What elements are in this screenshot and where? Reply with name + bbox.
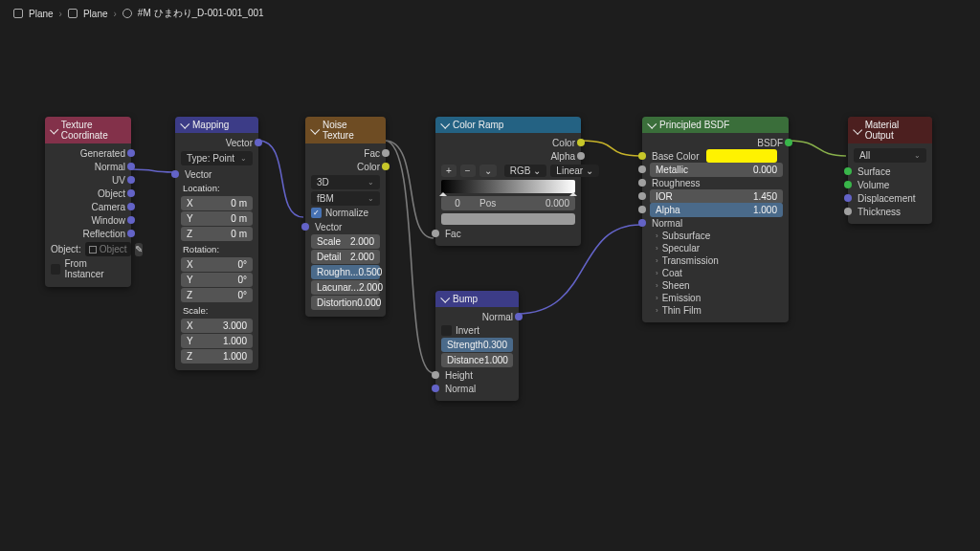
metallic-field[interactable]: Metallic0.000 (650, 163, 783, 177)
distortion-field[interactable]: Distortion0.000 (311, 296, 380, 310)
rot-y[interactable]: Y0° (181, 273, 253, 287)
scale-z[interactable]: Z1.000 (181, 349, 253, 364)
node-material-output[interactable]: Material Output All⌄ Surface Volume Disp… (848, 117, 932, 224)
socket-out[interactable] (127, 230, 135, 237)
socket-out[interactable] (127, 189, 135, 197)
socket-out[interactable] (127, 203, 135, 210)
socket-in[interactable] (171, 170, 179, 178)
loc-z[interactable]: Z0 m (181, 227, 253, 241)
socket-out[interactable] (577, 139, 585, 146)
node-header[interactable]: Mapping (175, 117, 258, 133)
normalize-checkbox[interactable]: ✓ (311, 208, 322, 218)
ramp-color-swatch[interactable] (441, 213, 575, 225)
socket-in[interactable] (844, 167, 852, 175)
ramp-remove[interactable]: − (460, 165, 476, 177)
roughness-label: Roughness (652, 178, 701, 188)
socket-out[interactable] (382, 149, 390, 157)
socket-out[interactable] (127, 176, 135, 184)
sec-coat[interactable]: ›Coat (642, 267, 789, 279)
node-header[interactable]: Texture Coordinate (45, 117, 131, 143)
ramp-add[interactable]: + (441, 165, 457, 177)
distance-field[interactable]: Distance1.000 (441, 353, 513, 367)
invert-checkbox[interactable] (441, 325, 452, 336)
material-icon (122, 9, 132, 18)
node-header[interactable]: Noise Texture (305, 117, 386, 143)
socket-in[interactable] (638, 206, 646, 213)
alpha-field[interactable]: Alpha1.000 (650, 203, 783, 217)
socket-in[interactable] (638, 179, 646, 187)
socket-in[interactable] (432, 230, 439, 237)
scale-field[interactable]: Scale2.000 (311, 234, 380, 249)
lacunarity-field[interactable]: Lacunar...2.000 (311, 280, 380, 295)
socket-out[interactable] (127, 149, 135, 157)
socket-in[interactable] (638, 192, 646, 200)
node-principled-bsdf[interactable]: Principled BSDF BSDF Base Color Metallic… (642, 117, 789, 322)
socket-out[interactable] (515, 313, 523, 320)
loc-x[interactable]: X0 m (181, 196, 253, 210)
socket-bsdf: BSDF (757, 138, 783, 148)
scale-y[interactable]: Y1.000 (181, 334, 253, 348)
eyedropper-icon[interactable]: ✎ (135, 243, 143, 256)
breadcrumb[interactable]: Plane › Plane › #M ひまわり_D-001-001_001 (13, 7, 264, 20)
ramp-gradient[interactable] (441, 180, 575, 193)
socket-in[interactable] (844, 208, 852, 215)
socket-in[interactable] (844, 181, 852, 188)
socket-out[interactable] (127, 216, 135, 224)
detail-field[interactable]: Detail2.000 (311, 250, 380, 264)
sec-emission[interactable]: ›Emission (642, 292, 789, 304)
chevron-down-icon: ⌄ (240, 154, 247, 163)
socket-out[interactable] (785, 139, 792, 146)
socket-out[interactable] (255, 139, 262, 146)
socket-out[interactable] (382, 163, 390, 170)
section-label: Specular (662, 243, 700, 253)
socket-in[interactable] (638, 219, 646, 227)
node-title: Noise Texture (323, 120, 380, 141)
node-mapping[interactable]: Mapping Vector Type: Point⌄ Vector Locat… (175, 117, 258, 370)
node-header[interactable]: Principled BSDF (642, 117, 789, 133)
dim-select[interactable]: 3D⌄ (311, 175, 380, 189)
ramp-interp[interactable]: RGB⌄ (504, 165, 547, 177)
sec-transmission[interactable]: ›Transmission (642, 254, 789, 267)
type-select[interactable]: Type: Point⌄ (181, 151, 253, 165)
rot-z[interactable]: Z0° (181, 288, 253, 302)
ramp-menu[interactable]: ⌄ (479, 165, 497, 177)
node-texture-coordinate[interactable]: Texture Coordinate Generated Normal UV O… (45, 117, 131, 287)
base-color-swatch[interactable] (706, 149, 777, 163)
socket-in[interactable] (638, 165, 646, 173)
sec-specular[interactable]: ›Specular (642, 242, 789, 254)
sec-subsurface[interactable]: ›Subsurface (642, 230, 789, 242)
ramp-stop-index[interactable]: 0 (441, 196, 474, 210)
socket-in[interactable] (301, 223, 309, 231)
socket-in[interactable] (638, 152, 646, 160)
axis: X (187, 259, 193, 270)
strength-field[interactable]: Strength0.300 (441, 338, 513, 352)
socket-in[interactable] (844, 194, 852, 202)
ior-field[interactable]: IOR1.450 (650, 189, 783, 204)
ramp-pos-field[interactable]: Pos0.000 (474, 196, 575, 210)
node-header[interactable]: Bump (435, 291, 519, 307)
sec-sheen[interactable]: ›Sheen (642, 279, 789, 292)
node-color-ramp[interactable]: Color Ramp Color Alpha + − ⌄ RGB⌄ Linear… (435, 117, 581, 246)
socket-out[interactable] (577, 152, 585, 160)
mode-select[interactable]: fBM⌄ (311, 191, 380, 206)
scale-x[interactable]: X3.000 (181, 319, 253, 333)
loc-y[interactable]: Y0 m (181, 211, 253, 226)
rot-x[interactable]: X0° (181, 257, 253, 272)
collapse-icon (50, 125, 58, 134)
node-noise-texture[interactable]: Noise Texture Fac Color 3D⌄ fBM⌄ ✓Normal… (305, 117, 386, 317)
object-field[interactable]: Object (85, 242, 131, 256)
ramp-mode[interactable]: Linear⌄ (550, 165, 599, 177)
target-select[interactable]: All⌄ (854, 148, 926, 163)
node-bump[interactable]: Bump Normal Invert Strength0.300 Distanc… (435, 291, 519, 401)
chevron-down-icon: ⌄ (533, 165, 541, 176)
from-instancer-checkbox[interactable] (51, 264, 60, 275)
socket-in[interactable] (432, 371, 439, 379)
sec-thinfilm[interactable]: ›Thin Film (642, 304, 789, 317)
node-connections (0, 0, 980, 551)
socket-in[interactable] (432, 385, 439, 392)
roughness-field[interactable]: Roughn...0.500 (311, 265, 380, 279)
node-header[interactable]: Material Output (848, 117, 932, 143)
socket-out[interactable] (127, 163, 135, 170)
socket-thickness: Thickness (858, 207, 901, 217)
node-header[interactable]: Color Ramp (435, 117, 581, 133)
